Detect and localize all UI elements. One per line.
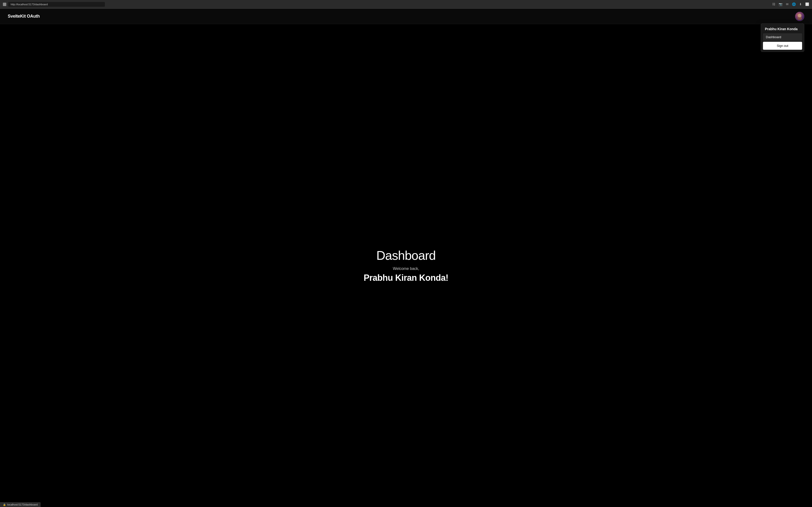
browser-favicon <box>3 3 6 6</box>
screenshot-icon[interactable]: 📷 <box>779 2 782 6</box>
user-dropdown-menu: Prabhu Kiran Konda Dashboard Sign out <box>761 23 804 52</box>
browser-toolbar-icons: ⛓ 📷 ✉ 🌐 ⬇ ⬜ <box>772 2 809 6</box>
status-bar: 🔒 localhost:5173/dashboard <box>0 502 41 507</box>
main-content: Dashboard Welcome back, Prabhu Kiran Kon… <box>0 24 812 507</box>
user-name-display: Prabhu Kiran Konda! <box>364 273 449 283</box>
browser-chrome: http://localhost:5173/dashboard ⛓ 📷 ✉ 🌐 … <box>0 0 812 9</box>
avatar-wrapper[interactable]: Prabhu Kiran Konda Dashboard Sign out <box>795 12 804 21</box>
avatar[interactable] <box>795 12 804 21</box>
lock-icon: 🔒 <box>3 503 6 506</box>
globe-icon[interactable]: 🌐 <box>792 2 796 6</box>
svg-point-2 <box>797 17 802 20</box>
status-url: localhost:5173/dashboard <box>7 503 38 506</box>
split-icon[interactable]: ⬜ <box>805 2 809 6</box>
dropdown-signout-button[interactable]: Sign out <box>763 42 802 50</box>
mail-icon[interactable]: ✉ <box>786 2 789 6</box>
svg-point-1 <box>798 14 801 18</box>
page-title: Dashboard <box>376 248 436 263</box>
extension-icon[interactable]: ⬇ <box>799 2 802 6</box>
app-brand: SvelteKit OAuth <box>8 14 40 19</box>
browser-url-bar[interactable]: http://localhost:5173/dashboard <box>8 2 105 7</box>
navbar: SvelteKit OAuth Prabhu Kiran Konda <box>0 9 812 24</box>
welcome-text: Welcome back, <box>393 267 419 271</box>
dropdown-dashboard-button[interactable]: Dashboard <box>763 33 802 41</box>
bookmark-icon[interactable]: ⛓ <box>772 2 775 6</box>
dropdown-user-name: Prabhu Kiran Konda <box>763 25 802 33</box>
